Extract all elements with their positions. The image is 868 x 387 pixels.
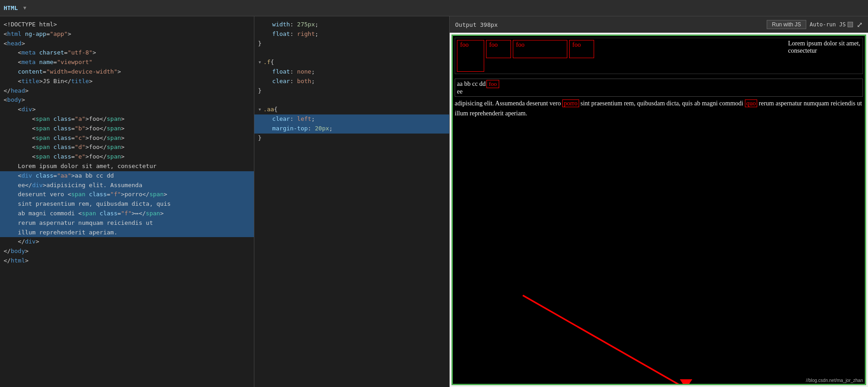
output-panel: Output 398px Run with JS Auto-run JS ⤢ f… [450, 16, 868, 387]
foo-box-c: foo [513, 40, 567, 58]
svg-marker-1 [680, 379, 692, 384]
autorun-label: Auto-run JS [810, 21, 853, 28]
code-line: <head> [0, 39, 254, 49]
expand-icon[interactable]: ⤢ [857, 20, 863, 29]
foo-box-a: foo [457, 40, 484, 72]
code-line: <span class="d">foo</span> [0, 143, 254, 152]
lorem-text: Lorem ipsum dolor sit amet, consectetur [788, 40, 861, 55]
code-line-highlighted: clear: left; [254, 114, 449, 124]
output-content: foo foo foo foo Lorem ipsum dolor sit am… [451, 35, 866, 385]
code-line: </html> [0, 256, 254, 266]
code-line-highlighted: <div class="aa">aa bb cc dd [0, 171, 254, 181]
foo-inline-box: foo [486, 80, 499, 88]
svg-line-0 [523, 295, 686, 384]
code-line: <title>JS Bin</title> [0, 77, 254, 86]
code-line [254, 48, 449, 58]
output-buttons: Run with JS Auto-run JS ⤢ [767, 20, 863, 29]
code-line: <meta charset="utf-8"> [0, 48, 254, 58]
code-line: <!DOCTYPE html> [0, 20, 254, 30]
toolbar: HTML ▼ [0, 0, 868, 16]
html-editor-panel[interactable]: <!DOCTYPE html> <html ng-app="app"> <hea… [0, 16, 254, 387]
language-dropdown-arrow[interactable]: ▼ [23, 5, 26, 11]
rendered-output: foo foo foo foo Lorem ipsum dolor sit am… [453, 36, 865, 384]
output-header: Output 398px Run with JS Auto-run JS ⤢ [450, 16, 868, 33]
language-label[interactable]: HTML [4, 5, 18, 11]
code-line-highlighted: ab magni commodi <span class="f">↔</span… [0, 209, 254, 218]
foo-box-b: foo [486, 40, 511, 58]
code-line: clear: both; [254, 77, 449, 86]
code-line: </div> [0, 237, 254, 247]
code-line-highlighted: illum reprehenderit aperiam. [0, 228, 254, 238]
bottom-paragraph: adipisicing elit. Assumenda deserunt ver… [455, 99, 863, 118]
code-line: <span class="a">foo</span> [0, 114, 254, 124]
aa-line: aa bb cc dd foo [457, 80, 861, 88]
code-line: Lorem ipsum dolor sit amet, consectetur [0, 162, 254, 171]
code-line: <body> [0, 95, 254, 105]
foo-text-c: foo [516, 41, 525, 48]
code-line: width: 275px; [254, 20, 449, 30]
quo-highlight: quo [745, 99, 757, 107]
code-line: } [254, 134, 449, 143]
code-line: <meta name="viewport" [0, 58, 254, 67]
foo-text-a: foo [460, 41, 469, 48]
autorun-text: Auto-run JS [810, 21, 846, 28]
main-layout: <!DOCTYPE html> <html ng-app="app"> <hea… [0, 16, 868, 387]
code-line: content="width=device-width"> [0, 67, 254, 77]
autorun-checkbox[interactable] [848, 22, 853, 27]
output-title: Output 398px [455, 21, 498, 28]
code-line: <span class="b">foo</span> [0, 124, 254, 134]
ee-text: ee [457, 88, 861, 95]
code-line: ▾ .aa { [254, 105, 449, 114]
code-line: float: right; [254, 30, 449, 39]
code-line: } [254, 39, 449, 49]
css-editor-panel[interactable]: width: 275px; float: right; } ▾ .f { flo… [254, 16, 450, 387]
code-line-highlighted: ee</div>adipisicing elit. Assumenda [0, 181, 254, 190]
code-line-highlighted: margin-top: 20px; [254, 124, 449, 134]
footer-watermark: //blog.csdn.net/ma_jor_zhan [806, 378, 863, 383]
aa-section: aa bb cc dd foo ee [455, 79, 863, 97]
code-line: </body> [0, 247, 254, 256]
code-line-highlighted: rerum aspernatur numquam reiciendis ut [0, 218, 254, 228]
foo-text-d: foo [572, 41, 581, 48]
code-line-highlighted: sint praesentium rem, quibusdam dicta, q… [0, 199, 254, 209]
code-line: ▾ .f { [254, 58, 449, 67]
run-with-js-button[interactable]: Run with JS [767, 20, 806, 29]
code-line: <span class="c">foo</span> [0, 134, 254, 143]
code-line: <div> [0, 105, 254, 114]
porro-highlight: porro [562, 99, 579, 107]
foo-text-b: foo [489, 41, 498, 48]
foo-box-d: foo [569, 40, 594, 58]
code-line: float: none; [254, 67, 449, 77]
aa-text: aa bb cc dd [457, 80, 486, 88]
code-line: <span class="e">foo</span> [0, 152, 254, 162]
code-line: } [254, 86, 449, 96]
code-line: </head> [0, 86, 254, 96]
code-line-highlighted: deserunt vero <span class="f">porro</spa… [0, 190, 254, 199]
code-line [254, 95, 449, 105]
code-line: <html ng-app="app"> [0, 30, 254, 39]
float-container: foo foo foo foo Lorem ipsum dolor sit am… [455, 38, 863, 74]
